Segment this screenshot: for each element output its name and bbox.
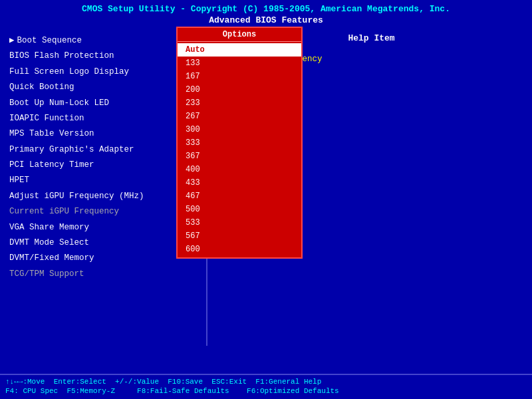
dropdown-option-Auto[interactable]: Auto [178,43,301,57]
dropdown-list[interactable]: Auto133167200233267300333367400433467500… [178,42,301,257]
footer-row1: ↑↓↔→:Move Enter:Select +/-/:Value F10:Sa… [5,378,527,386]
dropdown-option-200[interactable]: 200 [178,83,301,96]
dropdown-option-133[interactable]: 133 [178,57,301,70]
dropdown-option-267[interactable]: 267 [178,110,301,123]
main-content: ▶Boot Sequence BIOS Flash Protection Ful… [0,27,532,346]
bios-header: CMOS Setup Utility - Copyright (C) 1985-… [0,0,532,27]
header-line1: CMOS Setup Utility - Copyright (C) 1985-… [0,4,532,14]
dropdown-option-367[interactable]: 367 [178,150,301,163]
dropdown-option-500[interactable]: 500 [178,203,301,216]
menu-item-tcg-tpm[interactable]: TCG/TPM Support [7,267,206,282]
header-line2: Advanced BIOS Features [0,15,532,25]
dropdown-option-533[interactable]: 533 [178,216,301,229]
dropdown-option-467[interactable]: 467 [178,190,301,203]
dropdown-option-167[interactable]: 167 [178,70,301,83]
options-dropdown[interactable]: Options Auto1331672002332673003333674004… [176,27,303,259]
dropdown-option-600[interactable]: 600 [178,243,301,256]
dropdown-option-300[interactable]: 300 [178,123,301,136]
footer-row2: F4: CPU Spec F5:Memory-Z F8:Fail-Safe De… [5,387,527,395]
arrow-icon: ▶ [9,36,15,45]
dropdown-option-400[interactable]: 400 [178,163,301,176]
dropdown-title: Options [178,28,301,42]
dropdown-option-333[interactable]: 333 [178,136,301,150]
left-menu-panel: ▶Boot Sequence BIOS Flash Protection Ful… [0,27,206,346]
dropdown-option-567[interactable]: 567 [178,229,301,243]
footer-f4: F4: CPU Spec F5:Memory-Z F8:Fail-Safe De… [5,387,339,395]
footer: ↑↓↔→:Move Enter:Select +/-/:Value F10:Sa… [0,374,532,399]
dropdown-option-233[interactable]: 233 [178,96,301,110]
dropdown-option-433[interactable]: 433 [178,176,301,190]
footer-move: ↑↓↔→:Move Enter:Select +/-/:Value F10:Sa… [5,378,321,386]
